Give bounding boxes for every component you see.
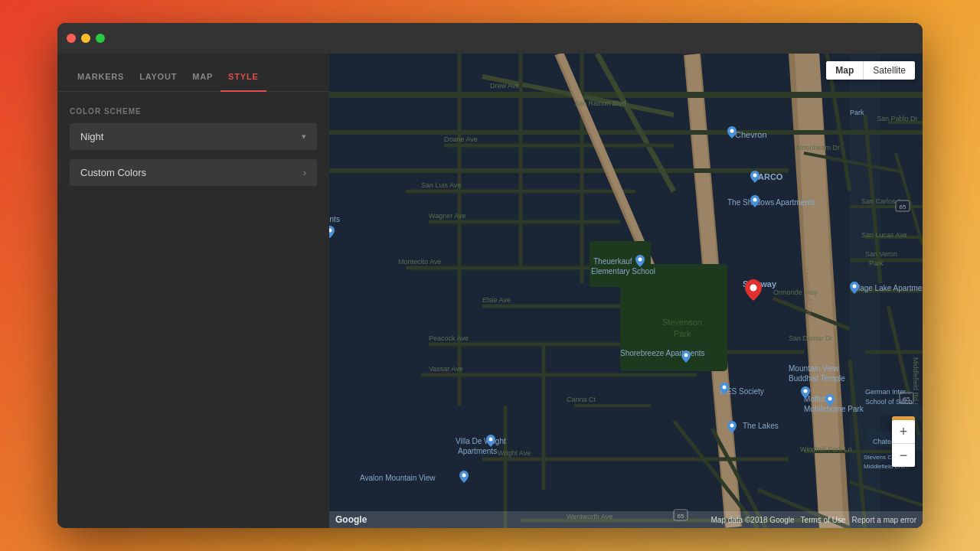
custom-colors-row[interactable]: Custom Colors › [70, 159, 317, 186]
svg-point-63 [753, 198, 757, 202]
svg-text:The Shadows Apartments: The Shadows Apartments [727, 198, 815, 207]
svg-text:Stevenson: Stevenson [662, 318, 702, 327]
svg-text:Vassar Ave: Vassar Ave [429, 365, 463, 373]
tab-layout[interactable]: LAYOUT [132, 63, 185, 92]
svg-text:San Luis Ave: San Luis Ave [421, 181, 461, 189]
svg-point-60 [730, 129, 734, 133]
svg-point-67 [684, 354, 688, 357]
svg-point-71 [462, 474, 466, 478]
map-button[interactable]: Map [826, 61, 863, 80]
svg-point-70 [730, 424, 734, 428]
color-scheme-dropdown[interactable]: Night ▾ [70, 123, 317, 150]
titlebar [57, 23, 923, 54]
svg-text:Avalon Mountain View: Avalon Mountain View [360, 474, 436, 482]
svg-text:Chevron: Chevron [735, 130, 767, 139]
map-data-label: Map data ©2018 Google [710, 516, 794, 524]
svg-text:Windmill Park Ln: Windmill Park Ln [800, 445, 852, 453]
tab-markers[interactable]: MARKERS [70, 63, 132, 92]
svg-point-69 [828, 397, 832, 401]
svg-text:San Lucas Ave: San Lucas Ave [861, 231, 907, 239]
svg-rect-5 [329, 168, 789, 173]
svg-text:Wagner Ave: Wagner Ave [429, 212, 466, 220]
svg-text:Elsie Ave: Elsie Ave [482, 296, 511, 304]
svg-text:Village Lake Apartments: Village Lake Apartments [850, 284, 923, 292]
svg-text:School of Silico...: School of Silico... [865, 398, 918, 406]
map-area[interactable]: Stevenson Park [329, 54, 923, 528]
svg-text:Villa De Wright: Villa De Wright [456, 437, 506, 445]
svg-text:Park: Park [850, 109, 864, 116]
sidebar: MARKERS LAYOUT MAP STYLE COLOR SCHEME Ni… [57, 54, 329, 528]
svg-point-64 [853, 285, 857, 289]
svg-text:Peacock Ave: Peacock Ave [429, 334, 469, 342]
svg-point-62 [639, 258, 642, 262]
svg-text:San Ramon Blvd: San Ramon Blvd [574, 99, 626, 107]
custom-colors-arrow-icon: › [303, 167, 306, 178]
close-button[interactable] [67, 34, 76, 43]
svg-text:Mountain View: Mountain View [789, 364, 839, 373]
svg-text:Mobilehome Park: Mobilehome Park [804, 405, 864, 413]
google-logo: Google [335, 514, 367, 525]
svg-text:Shorebreeze Apartments: Shorebreeze Apartments [620, 349, 705, 357]
app-window: MARKERS LAYOUT MAP STYLE COLOR SCHEME Ni… [57, 23, 923, 528]
map-type-control: Map Satellite [826, 61, 915, 80]
app-body: MARKERS LAYOUT MAP STYLE COLOR SCHEME Ni… [57, 54, 923, 528]
map-footer: Google Map data ©2018 Google Terms of Us… [329, 511, 923, 528]
nav-tabs: MARKERS LAYOUT MAP STYLE [57, 54, 329, 92]
svg-text:German Inter...: German Inter... [865, 388, 911, 396]
svg-text:San Pablo Dr: San Pablo Dr [877, 115, 918, 122]
svg-text:ents: ents [329, 215, 340, 223]
svg-text:Montecito Ave: Montecito Ave [398, 258, 441, 266]
svg-point-66 [489, 438, 493, 442]
dropdown-arrow-icon: ▾ [302, 132, 306, 142]
custom-colors-label: Custom Colors [80, 167, 146, 178]
svg-text:The Lakes: The Lakes [743, 422, 779, 430]
svg-text:San Domar Dr: San Domar Dr [789, 334, 833, 342]
svg-text:Moonbeam Dr: Moonbeam Dr [796, 144, 840, 152]
svg-text:ARCO: ARCO [758, 172, 783, 181]
selected-scheme: Night [80, 131, 103, 142]
map-canvas: Stevenson Park [329, 54, 923, 528]
svg-point-72 [750, 285, 757, 292]
traffic-lights [67, 34, 105, 43]
terms-of-use-link[interactable]: Terms of Use [801, 516, 846, 524]
svg-text:Park: Park [674, 329, 691, 338]
color-scheme-label: COLOR SCHEME [70, 107, 317, 116]
svg-text:San Veron: San Veron [865, 250, 897, 258]
svg-point-61 [753, 174, 757, 178]
svg-text:Middlefield Rd: Middlefield Rd [912, 357, 920, 401]
svg-text:Doane Ave: Doane Ave [444, 135, 478, 143]
sidebar-content: COLOR SCHEME Night ▾ Custom Colors › [57, 92, 329, 528]
map-svg: Stevenson Park [329, 54, 923, 528]
svg-rect-4 [329, 130, 923, 135]
svg-text:Wright Ave: Wright Ave [498, 449, 531, 457]
svg-text:Theuerkauf: Theuerkauf [593, 257, 632, 266]
tab-map[interactable]: MAP [185, 63, 220, 92]
zoom-controls: + − [892, 420, 915, 467]
svg-text:Apartments: Apartments [458, 447, 497, 455]
maximize-button[interactable] [96, 34, 105, 43]
map-footer-links: Map data ©2018 Google Terms of Use Repor… [710, 516, 916, 524]
svg-text:Buddhist Temple: Buddhist Temple [789, 374, 845, 383]
tab-style[interactable]: STYLE [220, 63, 266, 92]
svg-point-68 [723, 386, 727, 390]
svg-point-65 [804, 390, 808, 393]
report-map-error-link[interactable]: Report a map error [852, 516, 916, 524]
zoom-out-button[interactable]: − [892, 444, 915, 467]
svg-text:65: 65 [900, 204, 906, 210]
svg-text:Canna Ct: Canna Ct [567, 396, 596, 403]
svg-text:Drew Ave: Drew Ave [490, 82, 519, 90]
minimize-button[interactable] [81, 34, 90, 43]
satellite-button[interactable]: Satellite [864, 61, 915, 80]
svg-text:Elementary School: Elementary School [591, 267, 655, 276]
zoom-in-button[interactable]: + [892, 420, 915, 443]
svg-text:Park: Park [869, 259, 884, 267]
